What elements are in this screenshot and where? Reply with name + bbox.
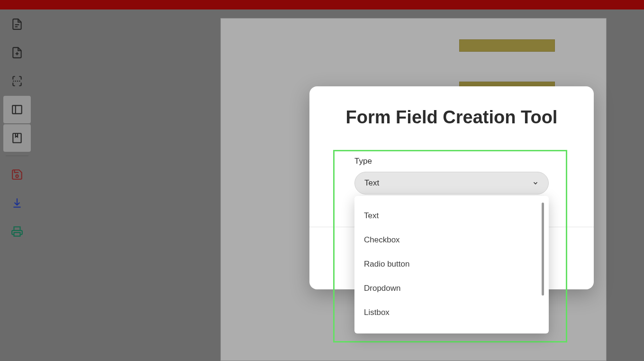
type-select-value: Text bbox=[364, 178, 379, 188]
dropdown-option-listbox[interactable]: Listbox bbox=[354, 300, 549, 324]
dropdown-option-checkbox[interactable]: Checkbox bbox=[354, 228, 549, 252]
dropdown-option-text[interactable]: Text bbox=[354, 204, 549, 228]
modal-title: Form Field Creation Tool bbox=[346, 107, 558, 128]
app-topbar bbox=[0, 0, 644, 9]
type-dropdown: Text Checkbox Radio button Dropdown List… bbox=[354, 196, 549, 333]
dropdown-scrollbar[interactable] bbox=[542, 203, 544, 296]
type-label: Type bbox=[354, 157, 549, 166]
chevron-down-icon bbox=[532, 180, 539, 186]
dropdown-option-dropdown[interactable]: Dropdown bbox=[354, 276, 549, 300]
type-section: Type Text bbox=[354, 157, 549, 194]
type-select[interactable]: Text bbox=[354, 172, 549, 194]
dropdown-option-radio[interactable]: Radio button bbox=[354, 252, 549, 276]
